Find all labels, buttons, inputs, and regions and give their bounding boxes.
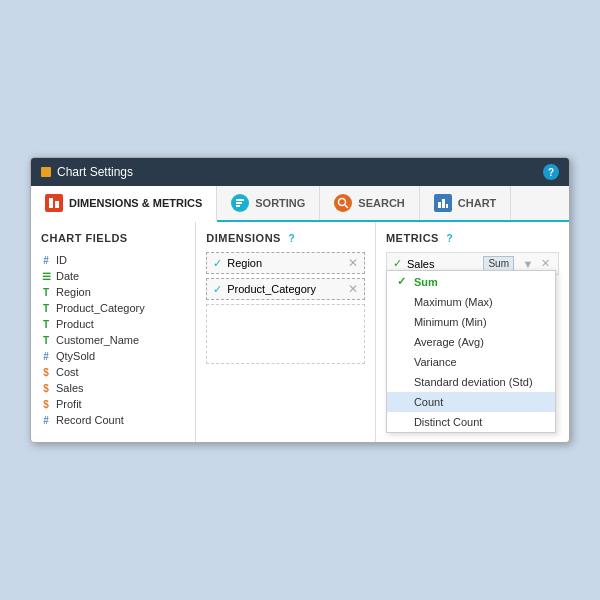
dimension-item[interactable]: ✓ Region ✕ (206, 252, 365, 274)
check-icon: ✓ (393, 257, 402, 270)
list-item[interactable]: $ Sales (41, 380, 185, 396)
tab-chart[interactable]: CHART (420, 186, 512, 220)
list-item[interactable]: T Customer_Name (41, 332, 185, 348)
dropdown-item-count[interactable]: Count (387, 392, 555, 412)
chart-fields-title: CHART FIELDS (41, 232, 185, 244)
field-label: Record Count (56, 414, 124, 426)
svg-rect-4 (438, 202, 441, 208)
remove-dimension-button[interactable]: ✕ (348, 256, 358, 270)
svg-rect-5 (442, 199, 445, 208)
remove-dimension-button[interactable]: ✕ (348, 282, 358, 296)
list-item[interactable]: ☰ Date (41, 268, 185, 284)
field-type-icon: # (41, 351, 51, 362)
title-icon (41, 167, 51, 177)
dims-tab-icon (45, 194, 63, 212)
dimensions-title: DIMENSIONS ? (206, 232, 365, 244)
field-label: Date (56, 270, 79, 282)
sort-tab-icon (231, 194, 249, 212)
list-item[interactable]: T Product_Category (41, 300, 185, 316)
list-item[interactable]: # ID (41, 252, 185, 268)
dimension-item[interactable]: ✓ Product_Category ✕ (206, 278, 365, 300)
list-item[interactable]: $ Profit (41, 396, 185, 412)
dropdown-item-variance[interactable]: Variance (387, 352, 555, 372)
dropdown-item-min[interactable]: Minimum (Min) (387, 312, 555, 332)
dropdown-item-label: Sum (414, 276, 438, 288)
list-item[interactable]: # QtySold (41, 348, 185, 364)
dropdown-item-sum[interactable]: ✓ Sum (387, 271, 555, 292)
dimensions-help[interactable]: ? (289, 233, 296, 244)
dialog-title: Chart Settings (57, 165, 133, 179)
field-type-icon: # (41, 415, 51, 426)
dimensions-panel: DIMENSIONS ? ✓ Region ✕ ✓ Product_Catego… (196, 222, 376, 442)
field-type-icon: T (41, 335, 51, 346)
field-type-icon: $ (41, 383, 51, 394)
dropdown-item-label: Average (Avg) (414, 336, 484, 348)
dropdown-item-label: Count (414, 396, 443, 408)
metric-options-button[interactable]: ▼ (521, 258, 535, 270)
check-icon: ✓ (213, 283, 222, 296)
field-type-icon: T (41, 287, 51, 298)
svg-line-3 (345, 205, 348, 208)
search-tab-icon (334, 194, 352, 212)
field-type-icon: ☰ (41, 271, 51, 282)
field-label: Profit (56, 398, 82, 410)
field-label: Cost (56, 366, 79, 378)
check-icon: ✓ (213, 257, 222, 270)
field-type-icon: $ (41, 399, 51, 410)
tab-sorting[interactable]: SORTING (217, 186, 320, 220)
field-label: Sales (56, 382, 84, 394)
tab-search[interactable]: SEARCH (320, 186, 419, 220)
content-area: CHART FIELDS # ID ☰ Date T Region T Prod… (31, 222, 569, 442)
dimension-label: Region (227, 257, 348, 269)
list-item[interactable]: $ Cost (41, 364, 185, 380)
dropdown-item-label: Variance (414, 356, 457, 368)
aggregation-dropdown: ✓ Sum Maximum (Max) Minimum (Min) Averag… (386, 270, 556, 433)
metric-aggregation[interactable]: Sum (483, 256, 514, 271)
field-label: Customer_Name (56, 334, 139, 346)
dropdown-item-label: Standard deviation (Std) (414, 376, 533, 388)
field-label: Product (56, 318, 94, 330)
field-list: # ID ☰ Date T Region T Product_Category … (41, 252, 185, 428)
dropdown-item-max[interactable]: Maximum (Max) (387, 292, 555, 312)
help-button[interactable]: ? (543, 164, 559, 180)
list-item[interactable]: T Region (41, 284, 185, 300)
svg-rect-0 (49, 198, 53, 208)
tab-dimensions-label: DIMENSIONS & METRICS (69, 197, 202, 209)
svg-rect-6 (446, 204, 448, 208)
field-type-icon: T (41, 303, 51, 314)
field-type-icon: # (41, 255, 51, 266)
field-type-icon: T (41, 319, 51, 330)
metric-controls: Sum ▼ ✕ (483, 256, 552, 271)
tabs-bar: DIMENSIONS & METRICS SORTING SEARCH CHAR… (31, 186, 569, 222)
metrics-help[interactable]: ? (446, 233, 453, 244)
svg-rect-1 (55, 201, 59, 208)
title-bar: Chart Settings ? (31, 158, 569, 186)
selected-check-icon: ✓ (397, 275, 409, 288)
metrics-panel: METRICS ? ✓ Sales Sum ▼ ✕ ✓ Sum (376, 222, 569, 442)
metric-label: Sales (407, 258, 484, 270)
dropdown-item-label: Minimum (Min) (414, 316, 487, 328)
dropdown-item-avg[interactable]: Average (Avg) (387, 332, 555, 352)
field-label: Region (56, 286, 91, 298)
dropdown-item-label: Distinct Count (414, 416, 482, 428)
tab-chart-label: CHART (458, 197, 497, 209)
dimension-label: Product_Category (227, 283, 348, 295)
metrics-title: METRICS ? (386, 232, 559, 244)
chart-tab-icon (434, 194, 452, 212)
tab-dimensions[interactable]: DIMENSIONS & METRICS (31, 186, 217, 222)
field-label: ID (56, 254, 67, 266)
field-label: QtySold (56, 350, 95, 362)
tab-search-label: SEARCH (358, 197, 404, 209)
tab-sorting-label: SORTING (255, 197, 305, 209)
dropdown-item-std[interactable]: Standard deviation (Std) (387, 372, 555, 392)
field-label: Product_Category (56, 302, 145, 314)
field-type-icon: $ (41, 367, 51, 378)
list-item[interactable]: # Record Count (41, 412, 185, 428)
chart-fields-panel: CHART FIELDS # ID ☰ Date T Region T Prod… (31, 222, 196, 442)
list-item[interactable]: T Product (41, 316, 185, 332)
remove-metric-button[interactable]: ✕ (538, 257, 552, 270)
chart-settings-dialog: Chart Settings ? DIMENSIONS & METRICS SO… (30, 157, 570, 443)
dropdown-item-label: Maximum (Max) (414, 296, 493, 308)
dimension-drop-zone (206, 304, 365, 364)
dropdown-item-distinct-count[interactable]: Distinct Count (387, 412, 555, 432)
